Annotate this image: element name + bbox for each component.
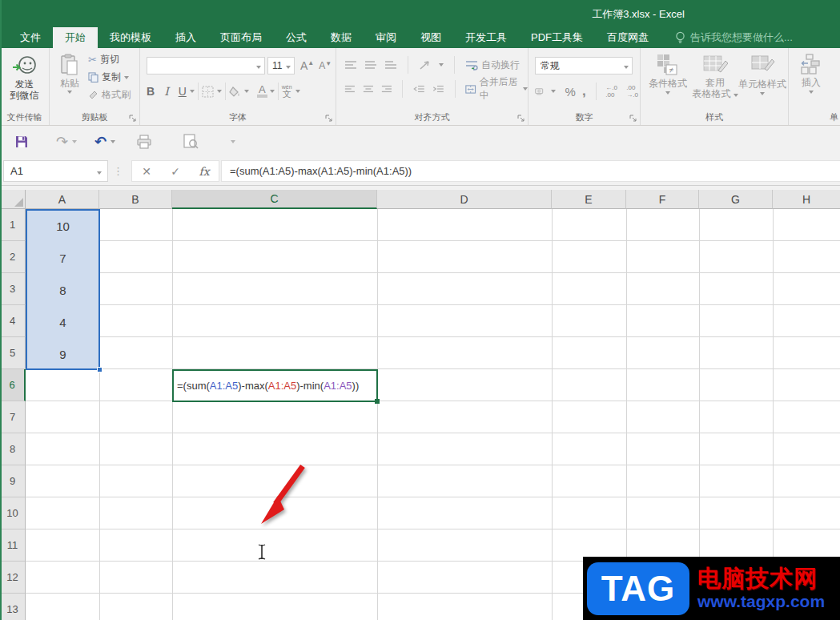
tab-file[interactable]: 文件 — [8, 27, 53, 48]
col-header-b[interactable]: B — [99, 190, 172, 209]
row-header-4[interactable]: 4 — [0, 305, 26, 337]
number-dialog-launcher[interactable] — [629, 115, 637, 123]
insert-function-button[interactable]: fx — [190, 165, 219, 178]
font-name-combo[interactable] — [147, 57, 265, 74]
cancel-button[interactable]: ✕ — [132, 165, 161, 178]
tab-view[interactable]: 视图 — [408, 27, 453, 48]
col-header-f[interactable]: F — [626, 190, 699, 209]
phonetic-dropdown-caret[interactable] — [295, 90, 300, 93]
tab-pdf-tools[interactable]: PDF工具集 — [519, 27, 595, 48]
increase-indent-icon[interactable] — [432, 84, 444, 94]
align-center-icon[interactable] — [363, 84, 374, 94]
row-header-11[interactable]: 11 — [0, 529, 26, 562]
align-middle-icon[interactable] — [364, 60, 377, 70]
tab-page-layout[interactable]: 页面布局 — [208, 27, 274, 48]
comma-style-button[interactable]: , — [582, 83, 586, 99]
print-preview-button[interactable] — [183, 134, 199, 149]
font-color-button[interactable]: A — [257, 85, 267, 98]
qat-customize-caret[interactable] — [231, 140, 235, 143]
percent-style-button[interactable]: % — [565, 85, 576, 99]
name-box[interactable]: A1 — [3, 160, 108, 182]
cell-styles-dropdown-caret[interactable] — [760, 92, 765, 95]
format-as-table-button[interactable]: 套用 表格格式 — [692, 53, 738, 99]
tab-data[interactable]: 数据 — [319, 27, 364, 48]
selection-a1-a5[interactable]: 10 7 8 4 9 — [26, 209, 100, 370]
insert-cells-button[interactable]: 插入 — [795, 53, 827, 94]
number-format-combo[interactable]: 常规 — [535, 57, 633, 74]
tab-home[interactable]: 开始 — [53, 27, 98, 48]
col-header-a[interactable]: A — [26, 190, 99, 209]
tab-baidu-netdisk[interactable]: 百度网盘 — [595, 27, 661, 48]
send-to-wechat-button[interactable]: 发送 到微信 — [0, 54, 49, 101]
fill-color-icon[interactable] — [229, 86, 242, 98]
format-painter-button[interactable]: 格式刷 — [88, 89, 131, 101]
select-all-corner[interactable] — [0, 190, 26, 209]
name-box-caret[interactable] — [97, 171, 102, 175]
italic-button[interactable]: I — [164, 85, 169, 98]
merge-center-button[interactable]: 合并后居中 — [465, 83, 528, 95]
row-header-8[interactable]: 8 — [0, 433, 26, 465]
clipboard-dialog-launcher[interactable] — [129, 115, 137, 123]
insert-dropdown-caret[interactable] — [809, 91, 814, 94]
row-header-12[interactable]: 12 — [0, 562, 26, 594]
wrap-text-button[interactable]: 自动换行 — [465, 59, 520, 71]
cell-a3[interactable]: 8 — [27, 275, 98, 307]
shrink-font-button[interactable]: A▼ — [319, 60, 332, 71]
borders-icon[interactable] — [202, 86, 214, 98]
row-header-7[interactable]: 7 — [0, 401, 26, 433]
align-top-icon[interactable] — [344, 60, 357, 70]
undo-button[interactable]: ↶ — [94, 133, 115, 151]
tab-formulas[interactable]: 公式 — [274, 27, 319, 48]
conditional-formatting-button[interactable]: ≠ 条件格式 — [645, 53, 690, 95]
row-header-2[interactable]: 2 — [0, 241, 26, 273]
print-button[interactable] — [136, 135, 152, 149]
merge-dropdown-caret[interactable] — [523, 87, 528, 91]
underline-button[interactable]: U — [179, 85, 187, 98]
cell-a1[interactable]: 10 — [27, 211, 98, 243]
copy-dropdown-caret[interactable] — [124, 76, 129, 79]
tab-insert[interactable]: 插入 — [163, 27, 208, 48]
orientation-icon[interactable] — [419, 59, 432, 70]
decrease-decimal-button[interactable]: .00 →.0 — [626, 84, 641, 99]
orientation-dropdown-caret[interactable] — [439, 63, 444, 66]
selection-fill-handle[interactable] — [97, 367, 102, 372]
row-header-9[interactable]: 9 — [0, 465, 26, 497]
redo-button[interactable]: ↷ — [56, 133, 77, 151]
align-right-icon[interactable] — [381, 84, 392, 94]
align-left-icon[interactable] — [344, 84, 356, 94]
row-header-3[interactable]: 3 — [0, 273, 26, 305]
col-header-g[interactable]: G — [699, 190, 773, 209]
row-header-13[interactable]: 13 — [0, 594, 26, 620]
decrease-indent-icon[interactable] — [413, 84, 425, 94]
grow-font-button[interactable]: A▲ — [300, 59, 314, 72]
phonetic-guide-button[interactable]: wén 文 — [282, 84, 292, 99]
paste-button[interactable]: 粘贴 — [56, 54, 83, 94]
format-table-dropdown-caret[interactable] — [733, 94, 738, 97]
cell-a4[interactable]: 4 — [27, 307, 98, 339]
col-header-c[interactable]: C — [172, 190, 377, 209]
cell-c6-editing[interactable]: =(sum(A1:A5)-max(A1:A5)-min(A1:A5)) — [172, 369, 378, 402]
cut-button[interactable]: ✂ 剪切 — [88, 54, 131, 66]
col-header-d[interactable]: D — [377, 190, 552, 209]
cell-styles-button[interactable]: 单元格样式 — [738, 53, 786, 95]
col-header-h[interactable]: H — [773, 190, 840, 209]
formula-bar-input[interactable]: =(sum(A1:A5)-max(A1:A5)-min(A1:A5)) — [221, 160, 840, 182]
bold-button[interactable]: B — [147, 85, 155, 98]
row-header-5[interactable]: 5 — [0, 337, 26, 369]
redo-dropdown-caret[interactable] — [72, 140, 77, 143]
font-size-combo[interactable]: 11 — [267, 57, 295, 74]
borders-dropdown-caret[interactable] — [217, 90, 222, 93]
align-bottom-icon[interactable] — [384, 60, 397, 70]
underline-dropdown-caret[interactable] — [190, 90, 195, 93]
row-header-10[interactable]: 10 — [0, 497, 26, 529]
col-header-e[interactable]: E — [552, 190, 626, 209]
cell-a5[interactable]: 9 — [27, 339, 98, 371]
row-header-1[interactable]: 1 — [0, 209, 26, 241]
namebox-splitter[interactable]: ⋮ — [113, 165, 123, 177]
accounting-format-icon[interactable] — [535, 86, 545, 97]
increase-decimal-button[interactable]: ←.0 .00 — [605, 84, 620, 99]
enter-button[interactable]: ✓ — [161, 165, 190, 178]
accounting-dropdown-caret[interactable] — [551, 90, 556, 93]
font-color-dropdown-caret[interactable] — [270, 90, 275, 93]
paste-dropdown-caret[interactable] — [67, 91, 72, 94]
